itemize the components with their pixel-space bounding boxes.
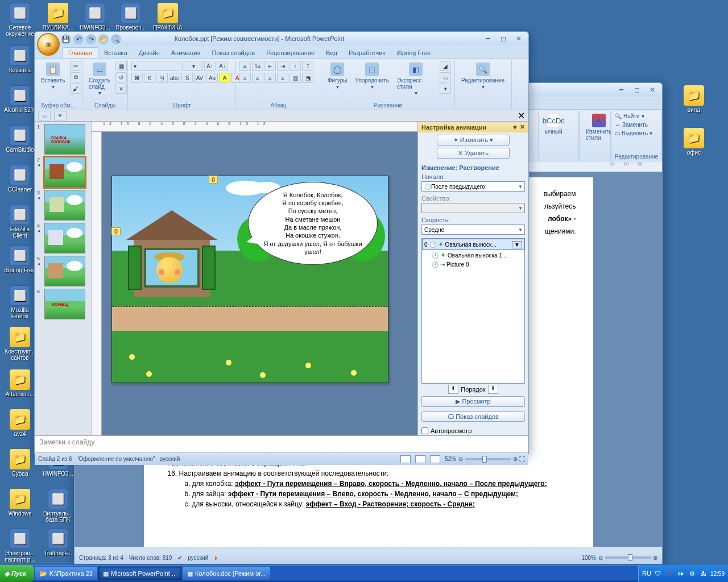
desktop-icon[interactable]: ⬜Виртуаль... база БПК	[41, 489, 75, 523]
language-indicator[interactable]: русский	[159, 456, 180, 462]
slide-canvas[interactable]: Я Колобок, Колобок, Я по коробу скребен,…	[111, 176, 388, 383]
tab-animation[interactable]: Анимация	[166, 48, 206, 58]
change-effect-button[interactable]: ✦ Изменить ▾	[437, 135, 510, 146]
kolobok-character[interactable]	[156, 257, 183, 283]
theme-indicator[interactable]: "Оформление по умолчанию"	[77, 456, 155, 462]
desktop-icon[interactable]: ⬜Электрон... паспорт р...	[3, 529, 37, 563]
align-right-icon[interactable]: ≡	[264, 73, 276, 83]
minimize-button[interactable]: ━	[482, 34, 494, 43]
task-powerpoint[interactable]: ▦ Microsoft PowerPoint ...	[98, 567, 181, 580]
desktop-icon[interactable]: 📁Конструкт... сайтов	[3, 327, 37, 361]
close-button[interactable]: ✕	[646, 85, 659, 94]
slide-thumbnails[interactable]: 1СКАЗКА КОЛОБОК 2✦ 3✦ 4✦ 5✦ 6КОНЕЦ	[35, 122, 92, 435]
style-sample[interactable]: bCcDc	[547, 114, 560, 127]
shapes-button[interactable]: ◯Фигуры▾	[325, 61, 350, 92]
maximize-button[interactable]: ◻	[497, 34, 510, 43]
editing-button[interactable]: 🔍Редактирование▾	[458, 61, 507, 92]
zoom-percent[interactable]: 100%	[581, 555, 596, 561]
move-down-button[interactable]: ⬇	[488, 385, 498, 394]
clock[interactable]: 12:59	[710, 571, 725, 577]
start-button[interactable]: ◆ Пуск	[0, 565, 34, 582]
preview-button[interactable]: ▶ Просмотр	[421, 396, 525, 407]
strike-icon[interactable]: abc	[169, 73, 180, 83]
remove-effect-button[interactable]: ✕ Удалить	[437, 148, 510, 159]
thumb-3[interactable]: 3✦	[37, 190, 89, 221]
desktop-icon[interactable]: ⬜Сетевое окружение	[3, 3, 37, 37]
shadow-icon[interactable]: S	[181, 73, 193, 83]
pp-zoom-slider[interactable]	[465, 458, 511, 460]
desktop-icon[interactable]: 📁Attachme...	[3, 369, 37, 397]
undo-icon[interactable]: ↶	[73, 34, 84, 44]
shape-outline-icon[interactable]: ▭	[440, 72, 451, 82]
slides-tab[interactable]: ▭	[38, 111, 51, 121]
paste-button[interactable]: 📋Вставить▾	[38, 61, 68, 92]
close-button[interactable]: ✕	[512, 34, 525, 43]
numbering-icon[interactable]: 1≡	[252, 61, 263, 71]
desktop-icon[interactable]: ⬜CamStudio	[3, 125, 37, 153]
slide-indicator[interactable]: Слайд 2 из 6	[38, 456, 72, 462]
underline-icon[interactable]: Ч	[156, 73, 168, 83]
task-word[interactable]: ▦ Колобок.doc [Режим ог...	[183, 567, 270, 580]
bullets-icon[interactable]: ≡	[239, 61, 251, 71]
desktop-icon[interactable]: 📁ПРАКТИКА	[151, 3, 185, 31]
highlight-icon[interactable]: A	[219, 73, 230, 83]
spacing-icon[interactable]: AV	[194, 73, 205, 83]
anim-tag-0b[interactable]: 0	[111, 227, 121, 235]
outline-tab[interactable]: ≡	[54, 111, 67, 121]
tab-review[interactable]: Рецензирование	[260, 48, 320, 58]
sorter-view-button[interactable]	[415, 455, 425, 463]
lang-indicator[interactable]: RU	[642, 569, 651, 578]
cut-icon[interactable]: ✂	[70, 61, 81, 71]
desktop-icon[interactable]: 📁avz4	[3, 409, 37, 437]
format-painter-icon[interactable]: 🖌	[70, 84, 81, 94]
new-slide-button[interactable]: ▭Создать слайд▾	[86, 61, 113, 98]
layout-icon[interactable]: ▦	[115, 61, 127, 71]
desktop-icon[interactable]: ⬜TrafInspF...	[41, 529, 75, 556]
house-shape[interactable]	[126, 210, 217, 294]
shape-effects-icon[interactable]: ✦	[440, 84, 451, 94]
tab-ispring[interactable]: iSpring Free	[391, 48, 436, 58]
desktop-icon[interactable]: 📁Windows	[3, 489, 37, 517]
redo-icon[interactable]: ↷	[86, 34, 96, 44]
tab-insert[interactable]: Вставка	[98, 48, 133, 58]
case-icon[interactable]: Aa	[206, 73, 218, 83]
text-direction-icon[interactable]: ⤴	[302, 61, 313, 71]
tab-home[interactable]: Главная	[62, 47, 98, 58]
start-select[interactable]: 🕐 После предыдущего	[421, 181, 525, 192]
slideshow-view-button[interactable]	[430, 455, 440, 463]
find-button[interactable]: 🔍 Найти ▾	[615, 112, 652, 120]
desktop-icon[interactable]: 📁ПУБЛИКА...	[41, 3, 75, 31]
desktop-icon[interactable]: 📁Cybaa	[3, 449, 37, 477]
close-pane-icon[interactable]: ✕	[518, 110, 528, 121]
slide-editor[interactable]: 12 10 8 6 4 2 0 2 4 6 8 10 12	[92, 122, 417, 435]
tray-icon[interactable]: ⚙	[688, 569, 697, 578]
desktop-icon[interactable]: ⬜HWiNFO3...	[78, 3, 112, 31]
minimize-button[interactable]: ━	[615, 85, 628, 94]
tab-design[interactable]: Дизайн	[133, 48, 166, 58]
animation-list[interactable]: 0🕐✦Овальная выноск...▼ 🕐✦Овальная выноск…	[421, 238, 525, 384]
desktop-icon[interactable]: ⬜Корзина	[3, 45, 37, 73]
desktop-icon[interactable]: ⬜CCleaner	[3, 165, 37, 193]
open-icon[interactable]: 📂	[98, 34, 109, 44]
speed-select[interactable]: Средне	[421, 225, 525, 235]
justify-icon[interactable]: ≡	[277, 73, 288, 83]
thumb-2[interactable]: 2✦	[37, 157, 89, 188]
delete-slide-icon[interactable]: ✕	[115, 84, 127, 94]
zoom-slider[interactable]	[605, 556, 651, 559]
desktop-icon[interactable]: ⬜Alcohol 52%	[3, 85, 37, 113]
indent-inc-icon[interactable]: ⇥	[277, 61, 288, 71]
tab-view[interactable]: Вид	[320, 48, 343, 58]
indent-dec-icon[interactable]: ⇤	[264, 61, 276, 71]
font-combo[interactable]: ▾	[131, 61, 183, 71]
arrange-button[interactable]: ⬚Упорядочить▾	[352, 61, 392, 92]
language-indicator[interactable]: русский	[188, 555, 208, 561]
tray-icon[interactable]: 🛡	[653, 569, 663, 578]
system-tray[interactable]: RU 🛡 K 🕪 ⚙ 🖧 12:59	[638, 565, 728, 582]
tray-icon[interactable]: 🖧	[699, 569, 708, 578]
quick-styles-button[interactable]: ◧Экспресс-стили▾	[394, 61, 437, 98]
anim-pane-dropdown-icon[interactable]: ▼	[512, 124, 518, 131]
tray-icon[interactable]: K	[665, 569, 674, 578]
task-folder[interactable]: 📂 K:\Практика 23	[35, 567, 97, 580]
desktop-icon[interactable]: ⬜FileZilla Client	[3, 205, 37, 239]
notes-pane[interactable]: Заметки к слайду	[35, 435, 528, 452]
